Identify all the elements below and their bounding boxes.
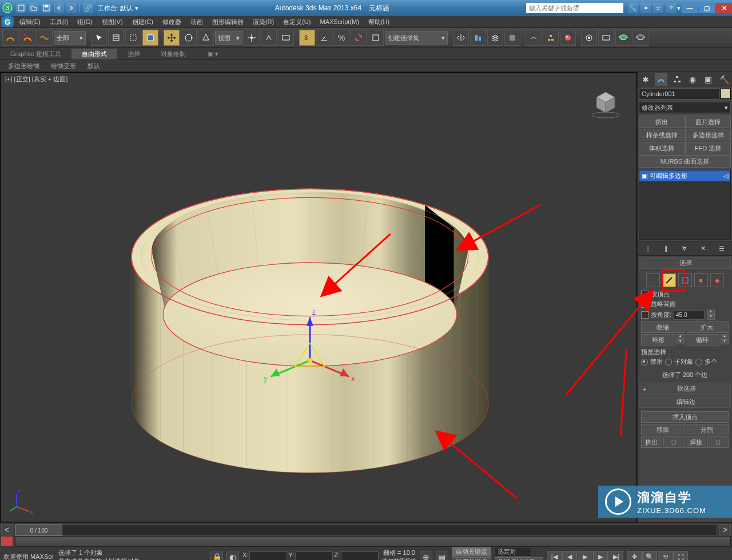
time-slider-handle[interactable]: 0 / 100	[15, 525, 62, 536]
exchange-icon[interactable]: ✦	[640, 3, 651, 13]
stack-editable-poly[interactable]: ▣ 可编辑多边形 ◁	[639, 170, 730, 181]
add-time-tag[interactable]: 添加时间标签	[382, 557, 416, 560]
radio-subobj[interactable]	[665, 359, 672, 366]
ribbon2-polydraw[interactable]: 多边形绘制	[2, 61, 45, 72]
window-crossing-icon[interactable]	[142, 30, 158, 46]
mod-extrude-button[interactable]: 挤出	[639, 116, 685, 128]
trackbar-key-icon[interactable]	[1, 537, 13, 546]
window-maximize-button[interactable]: ▢	[699, 3, 715, 13]
help-search-box[interactable]	[526, 3, 623, 13]
menu-help[interactable]: 帮助(H)	[364, 18, 394, 26]
viewport-label[interactable]: [+] [正交] [真实 + 边面]	[5, 75, 67, 84]
manipulate-icon[interactable]	[261, 30, 277, 46]
pivot-center-icon[interactable]	[244, 30, 260, 46]
snap-toggle-icon[interactable]: 3	[299, 30, 315, 46]
workspace-label[interactable]: 工作台: 默认	[98, 4, 133, 13]
select-rotate-icon[interactable]	[181, 30, 197, 46]
menu-grapheditors[interactable]: 图形编辑器	[208, 18, 248, 26]
insert-vertex-button[interactable]: 插入顶点	[641, 411, 729, 423]
select-region-icon[interactable]	[125, 30, 141, 46]
script-listener-icon[interactable]: ▤	[436, 551, 448, 561]
remove-mod-icon[interactable]: ✕	[698, 243, 709, 253]
object-name-field[interactable]: Cylinder001	[639, 88, 719, 100]
maxscript-mini[interactable]: 欢迎使用 MAXScr	[2, 553, 55, 560]
menu-views[interactable]: 视图(V)	[97, 18, 128, 26]
radio-disable[interactable]	[641, 359, 648, 366]
curve-editor-icon[interactable]	[526, 30, 542, 46]
extrude-settings-icon[interactable]: □	[663, 436, 685, 448]
rollout-editedge-header[interactable]: -编辑边	[639, 396, 731, 408]
ribbon-expand-icon[interactable]: ▣ ▾	[208, 50, 218, 58]
lock-selection-icon[interactable]: 🔒	[210, 551, 223, 561]
nav-zoom-icon[interactable]: 🔍	[642, 551, 657, 561]
ribbon-tab-objpaint[interactable]: 对象绘制	[150, 49, 196, 59]
ring-button[interactable]: 环形	[641, 334, 675, 345]
prev-frame-icon[interactable]: ◀	[562, 551, 577, 561]
timeslider-toggle2-icon[interactable]: >	[719, 524, 731, 535]
mirror-icon[interactable]	[453, 30, 469, 46]
shrink-button[interactable]: 收缩	[641, 321, 685, 333]
layer-manager-icon[interactable]	[487, 30, 503, 46]
tab-motion-icon[interactable]: ◉	[686, 73, 699, 86]
so-border-icon[interactable]	[678, 273, 692, 287]
align-icon[interactable]	[470, 30, 486, 46]
comm-center-icon[interactable]: ⊕	[420, 551, 432, 561]
modifier-stack[interactable]: ▣ 可编辑多边形 ◁	[639, 170, 731, 240]
viewport[interactable]: [+] [正交] [真实 + 边面]	[0, 72, 637, 522]
rollout-softsel-header[interactable]: +软选择	[639, 383, 731, 395]
ribbon-tab-selection[interactable]: 选择	[117, 49, 150, 59]
show-end-result-icon[interactable]: ‖	[661, 243, 672, 253]
loop-button[interactable]: 循环	[686, 334, 720, 345]
tab-utilities-icon[interactable]: 🔨	[718, 73, 730, 86]
so-edge-icon[interactable]	[662, 273, 676, 287]
weld-button[interactable]: 焊接	[686, 436, 707, 448]
keyboard-shortcut-icon[interactable]	[278, 30, 294, 46]
select-by-name-icon[interactable]	[108, 30, 124, 46]
chk-by-angle[interactable]	[641, 311, 649, 319]
select-link-icon[interactable]	[2, 30, 18, 46]
chk-ignore-back[interactable]	[641, 300, 649, 308]
setkey-button[interactable]: 设置关键点	[452, 557, 491, 560]
menu-create[interactable]: 创建(C)	[128, 18, 158, 26]
goto-start-icon[interactable]: |◀	[547, 551, 562, 561]
render-iterative-icon[interactable]	[632, 30, 649, 46]
tab-display-icon[interactable]: ▣	[702, 73, 715, 86]
schematic-view-icon[interactable]	[543, 30, 559, 46]
bind-space-warp-icon[interactable]	[37, 30, 53, 46]
ribbon2-paintdeform[interactable]: 绘制变形	[45, 61, 82, 72]
configure-sets-icon[interactable]: ☰	[716, 243, 727, 253]
autokey-button[interactable]: 自动关键点	[452, 547, 491, 557]
keyfilter-button[interactable]: 关键点过滤器...	[495, 557, 543, 560]
unlink-icon[interactable]	[19, 30, 35, 46]
nav-orbit-icon[interactable]: ⟲	[658, 551, 673, 561]
select-object-icon[interactable]	[91, 30, 107, 46]
qat-redo-icon[interactable]	[66, 3, 77, 13]
make-unique-icon[interactable]: ∀	[679, 243, 690, 253]
coord-z[interactable]	[341, 551, 379, 561]
menu-rendering[interactable]: 渲染(R)	[248, 18, 279, 26]
qat-link-icon[interactable]: 🔗	[83, 3, 93, 13]
extrude-button[interactable]: 挤出	[641, 436, 662, 448]
mod-ffd-sel-button[interactable]: FFD 选择	[685, 142, 731, 154]
mod-vol-sel-button[interactable]: 体积选择	[639, 142, 685, 154]
mod-poly-sel-button[interactable]: 多边形选择	[685, 129, 731, 141]
split-button[interactable]: 分割	[686, 424, 729, 435]
timeslider-toggle-icon[interactable]: <	[1, 524, 13, 535]
named-selection-dd[interactable]: 创建选择集▾	[385, 31, 448, 45]
toolbox-icon[interactable]: 🔧	[628, 3, 638, 13]
isolate-icon[interactable]: ◐	[226, 551, 239, 561]
angle-snap-icon[interactable]	[316, 30, 332, 46]
so-vertex-icon[interactable]: ∴	[646, 273, 660, 287]
loop-spinner[interactable]: ▲▼	[721, 334, 729, 345]
remove-button[interactable]: 移除	[641, 424, 685, 435]
percent-snap-icon[interactable]: %	[333, 30, 349, 46]
window-minimize-button[interactable]: —	[682, 3, 698, 13]
angle-value[interactable]: 45.0	[674, 310, 705, 320]
ribbon-tab-graphite[interactable]: Graphite 建模工具	[0, 49, 71, 59]
pin-stack-icon[interactable]: ⟟	[642, 243, 654, 253]
render-setup-icon[interactable]	[581, 30, 597, 46]
track-bar[interactable]	[15, 537, 731, 547]
rollout-selection-header[interactable]: -选择	[639, 257, 731, 269]
graphite-toggle-icon[interactable]	[504, 30, 520, 46]
nav-maximize-icon[interactable]: ⛶	[673, 551, 688, 561]
